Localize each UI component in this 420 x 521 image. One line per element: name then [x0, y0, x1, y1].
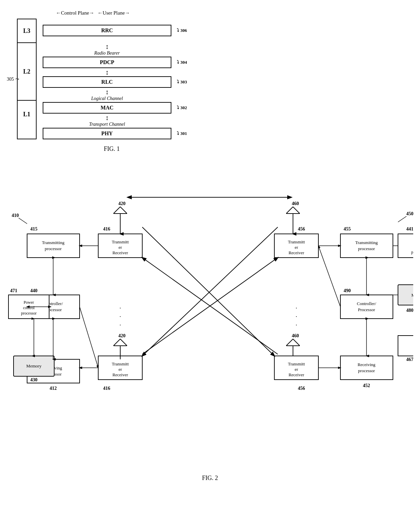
svg-text:480: 480	[406, 308, 414, 313]
svg-text:416: 416	[103, 226, 110, 232]
svg-text:Receiver: Receiver	[289, 372, 304, 377]
svg-text:.: .	[296, 303, 297, 310]
svg-text:456: 456	[298, 226, 305, 232]
mac-block: MAC ⤵ 302	[43, 102, 171, 114]
svg-line-21	[19, 218, 27, 224]
svg-text:410: 410	[12, 213, 19, 218]
protocol-blocks: RRC ⤵ 306 ↕ Radio Bearer PDCP ⤵ 304 ↕ RL…	[43, 19, 171, 139]
svg-rect-88	[398, 336, 413, 356]
transport-channel-label: Transport Channel	[43, 122, 171, 127]
svg-text:455: 455	[344, 226, 351, 232]
svg-line-110	[318, 246, 340, 307]
svg-text:Memory: Memory	[26, 363, 42, 368]
svg-text:Memory: Memory	[412, 293, 413, 298]
svg-text:.: .	[120, 320, 121, 327]
arrow-1: ↕	[43, 42, 171, 51]
svg-text:416: 416	[103, 386, 110, 391]
svg-line-52	[286, 339, 293, 346]
svg-text:Receiver: Receiver	[289, 250, 304, 255]
svg-line-53	[293, 339, 300, 346]
pdcp-block: PDCP ⤵ 304	[43, 57, 171, 68]
rlc-block: RLC ⤵ 303	[43, 76, 171, 88]
svg-line-47	[286, 207, 293, 214]
control-plane-label: ←Control Plane→	[56, 10, 94, 16]
svg-text:processor: processor	[21, 311, 37, 316]
svg-text:Processor: Processor	[358, 307, 375, 312]
svg-text:Receiver: Receiver	[112, 372, 128, 377]
svg-text:.: .	[296, 320, 297, 327]
svg-line-42	[113, 339, 120, 346]
svg-text:460: 460	[292, 333, 299, 338]
radio-bearer-label: Radio Bearer	[43, 51, 171, 56]
svg-text:456: 456	[298, 386, 305, 391]
svg-text:415: 415	[30, 226, 38, 232]
svg-rect-0	[27, 234, 80, 258]
fig1-caption: FIG. 1	[17, 145, 207, 153]
svg-line-48	[293, 207, 300, 214]
svg-rect-68	[340, 234, 393, 258]
svg-text:.: .	[120, 303, 121, 310]
svg-text:420: 420	[119, 201, 126, 206]
phy-block: PHY ⤵ 301	[43, 128, 171, 139]
logical-channel-label: Logical Channel	[43, 96, 171, 101]
svg-text:er: er	[295, 245, 298, 250]
svg-text:.: .	[120, 312, 121, 318]
svg-text:Receiving: Receiving	[358, 362, 376, 367]
svg-text:er: er	[119, 245, 122, 250]
svg-line-103	[80, 307, 98, 368]
svg-text:490: 490	[344, 288, 351, 293]
svg-rect-72	[340, 295, 393, 319]
svg-text:Receiver: Receiver	[112, 250, 128, 255]
svg-text:440: 440	[30, 288, 38, 293]
svg-text:Transmitt: Transmitt	[288, 239, 305, 244]
svg-text:er: er	[295, 367, 298, 372]
layer-l3: L3	[18, 19, 36, 43]
svg-text:441: 441	[406, 226, 414, 232]
svg-text:450: 450	[406, 211, 414, 216]
svg-line-37	[113, 207, 120, 214]
svg-line-38	[120, 207, 127, 214]
svg-text:Transmitting: Transmitting	[355, 240, 378, 245]
svg-text:Transmitt: Transmitt	[112, 239, 129, 244]
svg-rect-76	[340, 356, 393, 380]
svg-line-93	[398, 216, 406, 222]
layer-l1: L1	[18, 101, 36, 128]
fig1-diagram: ←Control Plane→ ←User Plane→ 305 ⤳ L3 L2…	[17, 10, 207, 153]
svg-line-95	[142, 227, 274, 356]
svg-text:430: 430	[30, 377, 38, 382]
fig2-svg: Transmitting processor 415 Controller/ P…	[7, 190, 413, 468]
svg-line-43	[120, 339, 127, 346]
layer-column: L3 L2 L1	[17, 19, 37, 139]
svg-rect-85	[398, 285, 413, 305]
svg-line-96	[142, 227, 278, 356]
svg-text:.: .	[296, 312, 297, 318]
svg-text:452: 452	[363, 383, 370, 388]
user-plane-label: ←User Plane→	[98, 10, 130, 16]
arrow-2: ↕	[43, 68, 171, 76]
svg-text:er: er	[119, 367, 122, 372]
svg-text:processor: processor	[411, 250, 413, 255]
fig2-diagram: Transmitting processor 415 Controller/ P…	[7, 190, 413, 482]
layer-l2: L2	[18, 43, 36, 101]
svg-text:412: 412	[50, 386, 57, 391]
ref-305-label: 305 ⤳	[7, 76, 19, 82]
svg-text:467: 467	[406, 357, 414, 362]
svg-text:Transmitting: Transmitting	[42, 240, 65, 245]
svg-text:Transmitt: Transmitt	[112, 361, 129, 366]
svg-text:Transmitt: Transmitt	[288, 361, 305, 366]
svg-text:460: 460	[292, 201, 299, 206]
svg-text:processor: processor	[45, 246, 62, 251]
svg-text:processor: processor	[358, 368, 375, 373]
svg-text:control: control	[23, 305, 35, 310]
svg-text:Power: Power	[24, 300, 34, 305]
fig2-caption: FIG. 2	[7, 475, 413, 482]
svg-text:420: 420	[119, 333, 126, 338]
svg-text:471: 471	[10, 288, 17, 293]
rrc-block: RRC ⤵ 306	[43, 25, 171, 36]
arrow-4: ↕	[43, 114, 171, 122]
svg-text:processor: processor	[358, 246, 375, 251]
arrow-3: ↕	[43, 88, 171, 96]
svg-text:Controller/: Controller/	[357, 301, 376, 306]
